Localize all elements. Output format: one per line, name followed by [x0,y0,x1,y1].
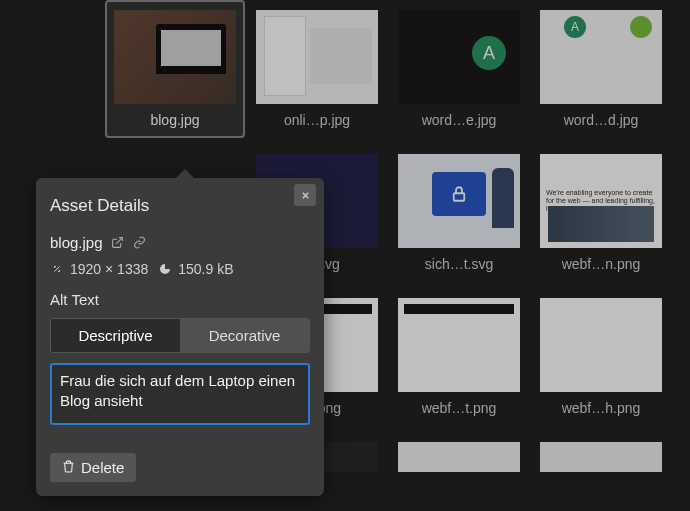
asset-thumbnail [540,442,662,472]
tab-decorative[interactable]: Decorative [180,319,309,352]
delete-button[interactable]: Delete [50,453,136,482]
asset-thumbnail [398,154,520,248]
trash-icon [62,459,75,476]
asset-item[interactable]: webf…h.png [531,288,671,426]
alt-text-tabs: Descriptive Decorative [50,318,310,353]
asset-filesize: 150.9 kB [178,261,233,277]
asset-thumbnail [398,442,520,472]
asset-item[interactable]: sich…t.svg [389,144,529,282]
asset-thumbnail: We're enabling everyone to create for th… [540,154,662,248]
asset-caption: sich…t.svg [425,256,493,272]
asset-item[interactable]: word…d.jpg [531,0,671,138]
asset-item[interactable] [389,432,529,490]
filesize-icon [158,262,172,276]
asset-caption: webf…h.png [562,400,641,416]
alt-text-input[interactable] [50,363,310,425]
asset-caption: webf…t.png [422,400,497,416]
asset-item[interactable]: We're enabling everyone to create for th… [531,144,671,282]
delete-label: Delete [81,459,124,476]
asset-item[interactable]: blog.jpg [105,0,245,138]
alt-text-label: Alt Text [50,291,310,308]
close-icon [300,190,311,201]
close-button[interactable] [294,184,316,206]
panel-title: Asset Details [50,196,310,216]
asset-dimensions: 1920 × 1338 [70,261,148,277]
asset-item[interactable]: word…e.jpg [389,0,529,138]
asset-item[interactable]: onli…p.jpg [247,0,387,138]
lock-icon [432,172,486,216]
asset-caption: onli…p.jpg [284,112,350,128]
svg-rect-0 [454,193,465,201]
asset-caption: word…d.jpg [564,112,639,128]
asset-caption: word…e.jpg [422,112,497,128]
link-icon[interactable] [133,236,147,250]
asset-thumbnail [398,10,520,104]
asset-thumbnail [256,10,378,104]
asset-caption: blog.jpg [150,112,199,128]
asset-details-panel: Asset Details blog.jpg 1920 × 1338 150.9… [36,178,324,496]
asset-thumbnail [398,298,520,392]
asset-item[interactable] [531,432,671,490]
dimensions-icon [50,262,64,276]
external-link-icon[interactable] [111,236,125,250]
asset-thumbnail [540,10,662,104]
asset-item[interactable]: webf…t.png [389,288,529,426]
asset-caption: webf…n.png [562,256,641,272]
tab-descriptive[interactable]: Descriptive [51,319,180,352]
asset-thumbnail [114,10,236,104]
asset-filename: blog.jpg [50,234,103,251]
asset-thumbnail [540,298,662,392]
